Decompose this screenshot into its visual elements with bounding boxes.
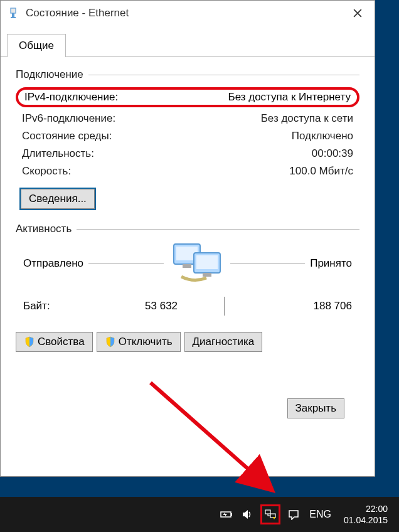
battery-icon[interactable]	[220, 510, 234, 519]
footer-buttons: Закрыть	[16, 383, 359, 431]
disable-label: Отключить	[119, 336, 173, 348]
properties-label: Свойства	[38, 336, 85, 348]
action-buttons: Свойства Отключить Диагностика	[16, 321, 359, 352]
connection-group-label: Подключение	[16, 68, 83, 81]
svg-rect-1	[12, 13, 14, 17]
taskbar: ENG 22:00 01.04.2015	[0, 497, 399, 532]
ipv6-row: IPv6-подключение: Без доступа к сети	[16, 110, 359, 127]
volume-icon[interactable]	[242, 509, 253, 520]
network-tray-icon[interactable]	[260, 504, 280, 524]
close-dialog-button[interactable]: Закрыть	[287, 398, 344, 418]
computers-icon	[169, 242, 225, 285]
clock[interactable]: 22:00 01.04.2015	[344, 503, 388, 526]
tab-row: Общие	[1, 33, 375, 57]
shield-icon	[105, 336, 116, 348]
svg-rect-12	[231, 513, 232, 516]
divider	[88, 75, 359, 75]
ipv4-value: Без доступа к Интернету	[228, 91, 351, 104]
media-state-label: Состояние среды:	[22, 130, 112, 142]
close-button[interactable]	[343, 3, 372, 24]
titlebar: Состояние - Ethernet	[1, 1, 375, 26]
window-title: Состояние - Ethernet	[26, 7, 343, 19]
duration-value: 00:00:39	[312, 147, 353, 160]
divider	[88, 263, 164, 264]
connection-group-title: Подключение	[16, 68, 359, 81]
media-state-row: Состояние среды: Подключено	[16, 127, 359, 145]
ipv4-row-highlighted: IPv4-подключение: Без доступа к Интернет…	[16, 87, 359, 107]
ipv6-value: Без доступа к сети	[261, 112, 353, 125]
ipv4-label: IPv4-подключение:	[24, 91, 118, 104]
duration-row: Длительность: 00:00:39	[16, 145, 359, 162]
activity-group-label: Активность	[16, 223, 72, 235]
svg-rect-13	[265, 510, 270, 514]
disable-button[interactable]: Отключить	[97, 332, 181, 352]
bytes-row: Байт: 53 632 188 706	[16, 292, 359, 321]
properties-button[interactable]: Свойства	[16, 332, 93, 352]
ethernet-icon	[7, 7, 19, 19]
media-state-value: Подключено	[292, 130, 353, 142]
svg-rect-0	[11, 8, 16, 13]
svg-rect-5	[183, 264, 191, 268]
shield-icon	[24, 336, 35, 348]
speed-label: Скорость:	[22, 165, 71, 178]
bytes-label: Байт:	[23, 300, 50, 312]
connection-group: Подключение IPv4-подключение: Без доступ…	[16, 68, 359, 209]
diagnose-button[interactable]: Диагностика	[184, 332, 263, 352]
bytes-sent: 53 632	[96, 300, 178, 312]
language-indicator[interactable]: ENG	[309, 509, 331, 520]
divider	[224, 297, 225, 316]
speed-row: Скорость: 100.0 Мбит/с	[16, 162, 359, 180]
bytes-received: 188 706	[270, 300, 352, 312]
received-label: Принято	[310, 257, 352, 270]
divider	[77, 229, 359, 230]
tab-general[interactable]: Общие	[7, 34, 66, 57]
activity-visual: Отправлено Принято	[16, 242, 359, 285]
svg-marker-15	[273, 517, 275, 519]
sent-label: Отправлено	[23, 257, 83, 270]
speed-value: 100.0 Мбит/с	[289, 165, 353, 178]
action-center-icon[interactable]	[288, 509, 299, 520]
ethernet-status-window: Состояние - Ethernet Общие Подключение I…	[0, 0, 375, 477]
svg-rect-8	[203, 273, 211, 277]
duration-label: Длительность:	[22, 147, 94, 160]
activity-group: Активность Отправлено	[16, 223, 359, 352]
activity-group-title: Активность	[16, 223, 359, 235]
ipv6-label: IPv6-подключение:	[22, 112, 115, 125]
svg-rect-7	[196, 255, 218, 269]
details-button[interactable]: Сведения...	[21, 189, 95, 209]
clock-time: 22:00	[344, 503, 388, 514]
svg-rect-2	[11, 17, 16, 18]
dialog-content: Подключение IPv4-подключение: Без доступ…	[1, 57, 375, 437]
clock-date: 01.04.2015	[344, 514, 388, 526]
divider	[230, 263, 306, 264]
